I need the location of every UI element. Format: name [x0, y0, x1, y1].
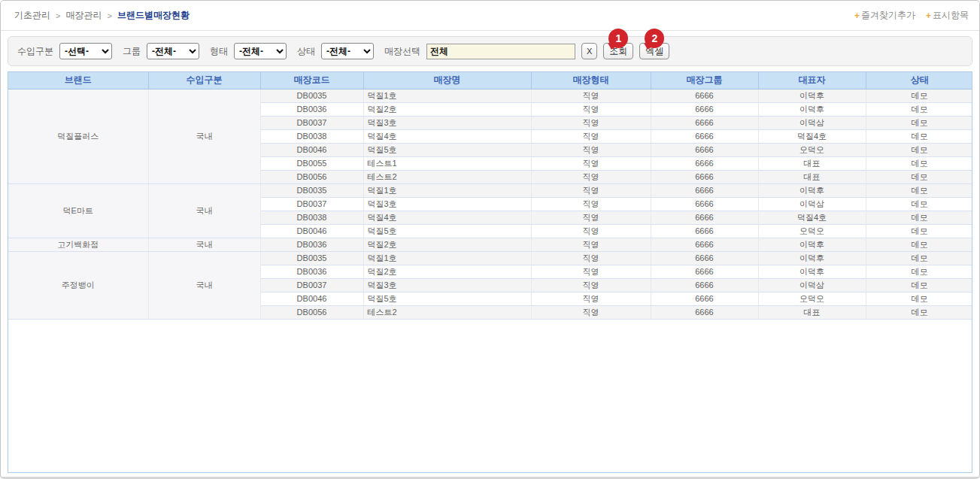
- column-header-7: 대표자: [758, 72, 866, 89]
- store-name-cell: 덕질1호: [363, 89, 531, 102]
- plus-icon: +: [926, 11, 931, 21]
- status-select[interactable]: -전체-: [321, 43, 374, 59]
- column-header-3: 매장코드: [260, 72, 363, 89]
- store-code-cell: DB0037: [260, 116, 363, 129]
- breadcrumb-item-1[interactable]: 기초관리: [14, 9, 50, 22]
- store-group-cell: 6666: [651, 224, 758, 238]
- status-cell: 데모: [866, 292, 972, 305]
- owner-cell: 오덕오: [758, 143, 866, 156]
- table-row[interactable]: 주정뱅이국내DB0035덕질1호직영6666이덕후데모: [8, 251, 972, 265]
- store-name-cell: 덕질3호: [363, 116, 531, 129]
- top-links: + 즐겨찾기추가 + 표시항목: [854, 9, 969, 22]
- store-group-cell: 6666: [651, 89, 758, 102]
- display-items-label: 표시항목: [933, 9, 969, 22]
- group-select[interactable]: -전체-: [147, 43, 199, 59]
- clear-store-button[interactable]: X: [581, 43, 597, 59]
- column-header-2: 수입구분: [148, 72, 260, 89]
- owner-cell: 이덕후: [758, 265, 866, 278]
- status-cell: 데모: [866, 265, 972, 278]
- owner-cell: 이덕후: [758, 238, 866, 251]
- brand-cell: 덕E마트: [8, 183, 148, 238]
- store-name-cell: 덕질3호: [363, 278, 531, 292]
- owner-cell: 이덕삼: [758, 197, 866, 211]
- column-header-4: 매장명: [363, 72, 531, 89]
- store-name-cell: 테스트2: [363, 305, 531, 319]
- store-code-cell: DB0056: [260, 170, 363, 183]
- filter-bar: 수입구분 -선택- 그룹 -전체- 형태 -전체- 상태 -전체- 매장선택 X…: [8, 36, 972, 66]
- store-type-cell: 직영: [531, 116, 651, 129]
- status-cell: 데모: [866, 224, 972, 238]
- store-code-cell: DB0046: [260, 143, 363, 156]
- store-group-cell: 6666: [651, 292, 758, 305]
- status-label: 상태: [297, 45, 315, 58]
- store-name-cell: 덕질2호: [363, 102, 531, 116]
- owner-cell: 이덕후: [758, 251, 866, 265]
- store-name-cell: 테스트2: [363, 170, 531, 183]
- store-name-cell: 덕질1호: [363, 251, 531, 265]
- column-header-6: 매장그룹: [651, 72, 758, 89]
- store-type-cell: 직영: [531, 129, 651, 143]
- store-name-cell: 덕질2호: [363, 238, 531, 251]
- import-type-cell: 국내: [148, 251, 260, 319]
- column-header-5: 매장형태: [531, 72, 651, 89]
- store-name-cell: 덕질5호: [363, 224, 531, 238]
- brand-cell: 주정뱅이: [8, 251, 148, 319]
- status-cell: 데모: [866, 143, 972, 156]
- plus-icon: +: [854, 11, 860, 21]
- breadcrumb-separator: >: [107, 11, 111, 20]
- store-code-cell: DB0037: [260, 278, 363, 292]
- status-cell: 데모: [866, 211, 972, 224]
- store-group-cell: 6666: [651, 183, 758, 197]
- type-select[interactable]: -전체-: [234, 43, 287, 59]
- store-select-input[interactable]: [426, 44, 575, 59]
- owner-cell: 이덕후: [758, 89, 866, 102]
- store-group-cell: 6666: [651, 170, 758, 183]
- status-cell: 데모: [866, 156, 972, 170]
- breadcrumb-separator: >: [56, 11, 60, 20]
- status-cell: 데모: [866, 238, 972, 251]
- table-row[interactable]: 고기백화점국내DB0036덕질2호직영6666이덕후데모: [8, 238, 972, 251]
- status-cell: 데모: [866, 89, 972, 102]
- display-items-link[interactable]: + 표시항목: [926, 9, 969, 22]
- store-name-cell: 덕질1호: [363, 183, 531, 197]
- import-type-select[interactable]: -선택-: [59, 43, 112, 59]
- table-row[interactable]: 덕질플러스국내DB0035덕질1호직영6666이덕후데모: [8, 89, 972, 102]
- table-row[interactable]: 덕E마트국내DB0035덕질1호직영6666이덕후데모: [8, 183, 972, 197]
- store-code-cell: DB0046: [260, 224, 363, 238]
- owner-cell: 오덕오: [758, 292, 866, 305]
- store-name-cell: 테스트1: [363, 156, 531, 170]
- owner-cell: 오덕오: [758, 224, 866, 238]
- breadcrumb-item-2[interactable]: 매장관리: [65, 9, 102, 22]
- store-group-cell: 6666: [651, 143, 758, 156]
- owner-cell: 대표: [758, 156, 866, 170]
- store-code-cell: DB0038: [260, 211, 363, 224]
- store-type-cell: 직영: [531, 265, 651, 278]
- store-type-cell: 직영: [531, 305, 651, 319]
- type-label: 형태: [210, 45, 228, 58]
- owner-cell: 이덕후: [758, 183, 866, 197]
- import-type-label: 수입구분: [17, 45, 53, 58]
- breadcrumb: 기초관리 > 매장관리 > 브랜드별매장현황: [14, 9, 190, 22]
- add-favorite-link[interactable]: + 즐겨찾기추가: [854, 9, 915, 22]
- store-type-cell: 직영: [531, 211, 651, 224]
- store-type-cell: 직영: [531, 197, 651, 211]
- add-favorite-label: 즐겨찾기추가: [861, 9, 915, 22]
- store-name-cell: 덕질5호: [363, 292, 531, 305]
- store-type-cell: 직영: [531, 89, 651, 102]
- brand-cell: 덕질플러스: [8, 89, 148, 183]
- store-code-cell: DB0056: [260, 305, 363, 319]
- top-bar: 기초관리 > 매장관리 > 브랜드별매장현황 + 즐겨찾기추가 + 표시항목: [1, 1, 979, 31]
- store-name-cell: 덕질4호: [363, 211, 531, 224]
- status-cell: 데모: [866, 129, 972, 143]
- store-code-cell: DB0055: [260, 156, 363, 170]
- status-cell: 데모: [866, 116, 972, 129]
- owner-cell: 덕질4호: [758, 129, 866, 143]
- store-code-cell: DB0046: [260, 292, 363, 305]
- column-header-8: 상태: [866, 72, 972, 89]
- owner-cell: 이덕삼: [758, 278, 866, 292]
- store-code-cell: DB0038: [260, 129, 363, 143]
- store-group-cell: 6666: [651, 156, 758, 170]
- status-cell: 데모: [866, 183, 972, 197]
- store-code-cell: DB0036: [260, 238, 363, 251]
- store-code-cell: DB0035: [260, 89, 363, 102]
